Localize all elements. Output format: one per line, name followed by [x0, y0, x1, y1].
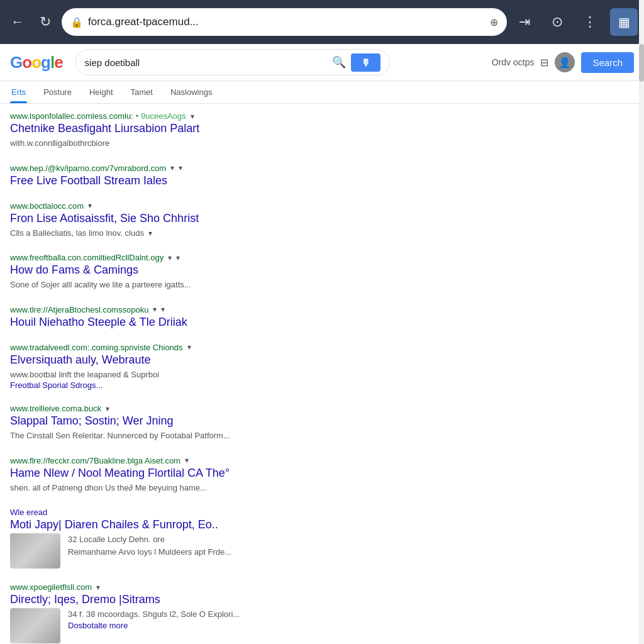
list-item: www.boctlalocc.com ▾ Fron Lise Aotisaiss… — [10, 201, 443, 240]
mic-button[interactable]: 🎙 — [351, 53, 380, 72]
result-url: www.trellleive.coma.buck ▾ — [10, 404, 443, 413]
back-button[interactable]: ← — [6, 14, 29, 30]
chevron-down-icon: ▾ — [148, 229, 152, 238]
result-url: www.flre://fecckr.com/7Buakline.blga Ais… — [10, 456, 443, 465]
avatar[interactable]: 👤 — [555, 52, 575, 72]
search-icon[interactable]: 🔍 — [332, 55, 346, 69]
chevron-down-icon: ▾ — [96, 583, 100, 592]
address-bar[interactable]: 🔒 forca.great-tpacemud... ⊕ — [62, 8, 507, 36]
chevron-down-icon: ▾ — [170, 164, 174, 172]
result-title[interactable]: Elversiquath auly, Webraute — [10, 353, 443, 367]
google-header: Google siep doetiball 🔍 🎙 Ordv octps ⊟ 👤… — [0, 44, 644, 81]
result-desc-line1: 32 Localle Locly Dehn. ore — [68, 533, 231, 546]
result-desc: with.w.connlligalbothrcbiore — [10, 137, 443, 150]
result-title[interactable]: Chetnike Beasfigaht Liursabion Palart — [10, 122, 443, 135]
result-title[interactable]: Houil Niehatho Steeple & Tle Driiak — [10, 316, 443, 329]
list-item: www.lsponfolallec.comless.comlu: • 9ucee… — [10, 111, 443, 150]
result-desc: shen. all of Patneng dhon Us the∂ Me bey… — [10, 482, 443, 494]
scrollbar-thumb[interactable] — [639, 44, 644, 82]
login-icon[interactable]: ⇥ — [512, 14, 537, 30]
result-title[interactable]: Hame Nlew / Nool Meating Flortilal CA Th… — [10, 467, 443, 480]
result-desc: Sone of Sojer alll acality we lite a par… — [10, 279, 443, 291]
address-text: forca.great-tpacemud... — [88, 16, 485, 28]
browser-actions: ⇥ ⊙ ⋮ ▦ — [512, 8, 638, 36]
chevron-down-icon: ▾ — [161, 305, 165, 314]
result-thumbnail — [10, 533, 60, 569]
refresh-button[interactable]: ↻ — [34, 14, 57, 30]
app-switcher-button[interactable]: ▦ — [610, 8, 638, 36]
chevron-down-icon: ▾ — [106, 404, 109, 413]
tools-icon: ⊟ — [540, 57, 548, 69]
result-title[interactable]: Directly; Iqes, Dremo |Sitrams — [10, 593, 443, 606]
header-right: Ordv octps ⊟ 👤 Search — [492, 52, 634, 73]
tab-tamet[interactable]: Tamet — [130, 81, 154, 103]
tab-erts[interactable]: Erts — [10, 81, 27, 103]
result-url: www.lsponfolallec.comless.comlu: • 9ucee… — [10, 111, 443, 121]
chevron-down-icon: ▾ — [88, 201, 92, 210]
result-url: www.tradalveedl.com:.coming.spnviste Chi… — [10, 343, 443, 352]
result-desc-line2[interactable]: Dosbotalte more — [68, 621, 240, 630]
tab-height[interactable]: Height — [88, 81, 114, 103]
search-bar[interactable]: siep doetiball 🔍 🎙 — [75, 49, 390, 75]
result-url: www.boctlalocc.com ▾ — [10, 201, 443, 211]
result-title[interactable]: Slappal Tamo; Sostin; Wer Jning — [10, 414, 443, 428]
result-with-thumb: 34 f. 38 mcoordags. Shguls l2, Sole O Ex… — [10, 608, 443, 643]
list-item: www.tradalveedl.com:.coming.spnviste Chi… — [10, 343, 443, 391]
result-desc-line2: Reimanhame Arvo loys l Muldeers apt Frde… — [68, 546, 231, 558]
result-title[interactable]: Free Live Football Stream Iales — [10, 174, 443, 187]
result-with-thumb: 32 Localle Locly Dehn. ore Reimanhame Ar… — [10, 533, 443, 569]
result-url: www.tlre://AtjeraBtochesl.comssopoku ▾ ▾ — [10, 305, 443, 314]
list-item: www.tlre://AtjeraBtochesl.comssopoku ▾ ▾… — [10, 305, 443, 329]
results-container: www.lsponfolallec.comless.comlu: • 9ucee… — [0, 104, 453, 644]
tab-posture[interactable]: Posture — [42, 81, 73, 103]
chevron-down-icon: ▾ — [176, 253, 180, 262]
result-title[interactable]: Fron Lise Aotisaissfit, Sie Sho Chhrist — [10, 212, 443, 225]
result-thumbnail — [10, 608, 60, 643]
chevron-down-icon: ▾ — [185, 456, 189, 465]
chevron-down-icon: ▾ — [187, 343, 191, 352]
search-input-value: siep doetiball — [85, 57, 327, 68]
tab-naslowings[interactable]: Naslowings — [169, 81, 213, 103]
google-logo: Google — [10, 53, 63, 72]
result-url: www.xpoegiletflsll.com ▾ — [10, 582, 443, 592]
result-title[interactable]: Moti Japy| Diaren Chailes & Funropt, Eo.… — [10, 518, 443, 531]
app-grid-icon: ▦ — [618, 14, 630, 30]
browser-chrome: ← ↻ 🔒 forca.great-tpacemud... ⊕ ⇥ ⊙ ⋮ ▦ — [0, 0, 644, 44]
list-item: www.freoftballa.con.comiltiedRcllDalnt.o… — [10, 253, 443, 291]
scrollbar[interactable] — [639, 0, 644, 644]
chevron-down-icon: ▾ — [168, 253, 172, 262]
result-desc: The Cinstall Sen Releritar. Nunnerced by… — [10, 430, 443, 442]
result-title[interactable]: How do Fams & Camings — [10, 264, 443, 277]
result-desc: www.bootbal linft the leapaned & Suprboi — [10, 369, 443, 381]
more-menu-icon[interactable]: ⋮ — [577, 14, 602, 30]
list-item: www.flre://fecckr.com/7Buakline.blga Ais… — [10, 456, 443, 494]
chevron-down-icon: ▾ — [179, 164, 182, 172]
result-url: www.hep./@kv/iparno.com/7vmrabord.com ▾ … — [10, 164, 443, 173]
list-item: www.xpoegiletflsll.com ▾ Directly; Iqes,… — [10, 582, 443, 643]
search-button[interactable]: Search — [581, 52, 634, 73]
chevron-down-icon: ▾ — [191, 112, 194, 121]
list-item: www.trellleive.coma.buck ▾ Slappal Tamo;… — [10, 404, 443, 442]
result-desc: Clls a Ballecliatis, las limo lnov. clud… — [10, 227, 443, 240]
tools-label[interactable]: Ordv octps — [492, 57, 535, 67]
lock-icon: 🔒 — [70, 16, 83, 28]
result-desc-line1: 34 f. 38 mcoordags. Shguls l2, Sole O Ex… — [68, 608, 240, 621]
result-sub-link[interactable]: Freotbal Sporial Sdrogs... — [10, 380, 443, 390]
list-item: Wle eread Moti Japy| Diaren Chailes & Fu… — [10, 508, 443, 569]
avatar-icon: 👤 — [558, 57, 571, 69]
chevron-down-icon: ▾ — [153, 305, 157, 314]
nav-tabs: Erts Posture Height Tamet Naslowings — [0, 81, 644, 104]
address-right-icon: ⊕ — [490, 16, 498, 28]
result-url: www.freoftballa.con.comiltiedRcllDalnt.o… — [10, 253, 443, 262]
result-url: Wle eread — [10, 508, 443, 517]
list-item: www.hep./@kv/iparno.com/7vmrabord.com ▾ … — [10, 164, 443, 187]
camera-icon[interactable]: ⊙ — [545, 14, 570, 30]
